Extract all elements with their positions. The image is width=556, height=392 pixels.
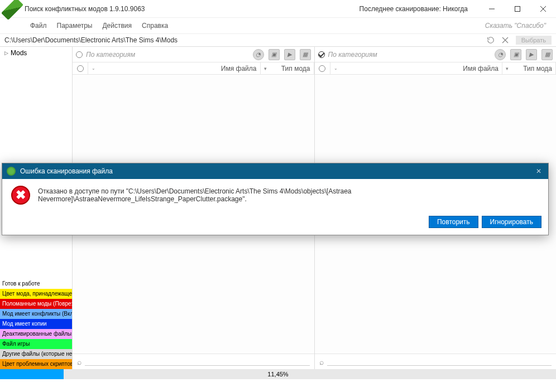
dialog-title: Ошибка сканирования файла xyxy=(20,167,113,175)
legend-row: Другие файлы (которые не xyxy=(0,349,72,359)
left-col-type[interactable]: ▾Тип мода xyxy=(261,62,314,74)
folder-icon[interactable]: ▣ xyxy=(510,49,521,60)
menu-file[interactable]: Файл xyxy=(30,22,47,30)
thanks-link[interactable]: Сказать "Спасибо" xyxy=(485,22,546,30)
legend-row: Мод имеет конфликты (Вкл xyxy=(0,309,72,319)
legend-row: Готов к работе xyxy=(0,279,72,289)
menu-bar: Файл Параметры Действия Справка Сказать … xyxy=(0,18,556,33)
title-bar: Поиск конфликтных модов 1.9.10.9063 Посл… xyxy=(0,0,556,18)
right-search[interactable]: ⌕ xyxy=(315,354,557,369)
dialog-close-icon[interactable]: ✕ xyxy=(534,167,544,175)
dialog-actions: Повторить Игнорировать xyxy=(2,211,548,235)
block-icon[interactable]: ▦ xyxy=(541,49,553,60)
app-icon xyxy=(4,1,20,17)
right-category-radio[interactable] xyxy=(318,51,325,58)
error-icon: ✖ xyxy=(11,186,30,205)
legend: Готов к работеЦвет мода, принадлежащегПо… xyxy=(0,279,72,369)
folder-icon[interactable]: ▣ xyxy=(269,49,280,60)
dialog-message: Отказано в доступе по пути "C:\Users\Der… xyxy=(38,187,539,203)
expand-icon[interactable]: ▷ xyxy=(4,50,8,56)
pie-icon[interactable]: ◔ xyxy=(495,49,506,60)
ignore-button[interactable]: Игнорировать xyxy=(482,216,541,228)
maximize-button[interactable] xyxy=(505,0,530,18)
play-icon[interactable]: ▶ xyxy=(526,49,537,60)
legend-row: Цвет мода, принадлежащег xyxy=(0,289,72,299)
menu-params[interactable]: Параметры xyxy=(57,22,93,30)
legend-row: Цвет проблемных скриптов xyxy=(0,359,72,369)
clear-path-icon[interactable] xyxy=(499,35,511,46)
left-col-check[interactable] xyxy=(73,62,88,74)
progress-label: 11,45% xyxy=(267,371,288,378)
pie-icon[interactable]: ◔ xyxy=(253,49,264,60)
left-col-filename[interactable]: ⌄Имя файла xyxy=(88,62,261,74)
tree-root[interactable]: ▷ Mods xyxy=(4,49,68,57)
dialog-titlebar: Ошибка сканирования файла ✕ xyxy=(2,163,548,179)
error-dialog: Ошибка сканирования файла ✕ ✖ Отказано в… xyxy=(2,163,549,235)
search-icon: ⌕ xyxy=(77,357,82,366)
menu-help[interactable]: Справка xyxy=(142,22,168,30)
refresh-icon[interactable] xyxy=(485,35,497,46)
path-text: C:\Users\Der\Documents\Electronic Arts\T… xyxy=(4,36,178,44)
close-button[interactable] xyxy=(530,0,556,18)
search-icon: ⌕ xyxy=(319,357,324,366)
play-icon[interactable]: ▶ xyxy=(284,49,295,60)
right-col-filename[interactable]: ⌄Имя файла xyxy=(330,62,503,74)
left-pane-toolbar: По категориям ◔ ▣ ▶ ▦ xyxy=(73,47,314,62)
right-category-placeholder[interactable]: По категориям xyxy=(328,51,377,59)
select-path-button: Выбрать xyxy=(516,36,552,45)
retry-button[interactable]: Повторить xyxy=(429,216,478,228)
left-category-placeholder[interactable]: По категориям xyxy=(86,51,135,59)
window-title: Поиск конфликтных модов 1.9.10.9063 xyxy=(25,5,145,13)
dialog-body: ✖ Отказано в доступе по пути "C:\Users\D… xyxy=(2,179,548,211)
legend-row: Файл игры xyxy=(0,339,72,349)
left-search[interactable]: ⌕ xyxy=(73,354,314,369)
right-col-type[interactable]: ▾Тип мода xyxy=(502,62,556,74)
left-category-radio[interactable] xyxy=(76,51,83,58)
progress-bar: 11,45% xyxy=(0,369,556,379)
right-pane-toolbar: По категориям ◔ ▣ ▶ ▦ xyxy=(315,47,557,62)
svg-rect-1 xyxy=(515,6,520,11)
right-columns: ⌄Имя файла ▾Тип мода xyxy=(315,62,557,75)
last-scan-label: Последнее сканирование: Никогда xyxy=(360,5,468,13)
path-bar: C:\Users\Der\Documents\Electronic Arts\T… xyxy=(0,33,556,47)
legend-row: Деактивированные файлы xyxy=(0,329,72,339)
dialog-app-icon xyxy=(7,167,16,176)
block-icon[interactable]: ▦ xyxy=(300,49,311,60)
right-col-check[interactable] xyxy=(315,62,330,74)
menu-actions[interactable]: Действия xyxy=(102,22,132,30)
legend-row: Мод имеет копии xyxy=(0,319,72,329)
tree-root-label: Mods xyxy=(11,49,27,57)
minimize-button[interactable] xyxy=(479,0,505,18)
left-columns: ⌄Имя файла ▾Тип мода xyxy=(73,62,314,75)
legend-row: Поломанные моды (Повре: xyxy=(0,299,72,309)
